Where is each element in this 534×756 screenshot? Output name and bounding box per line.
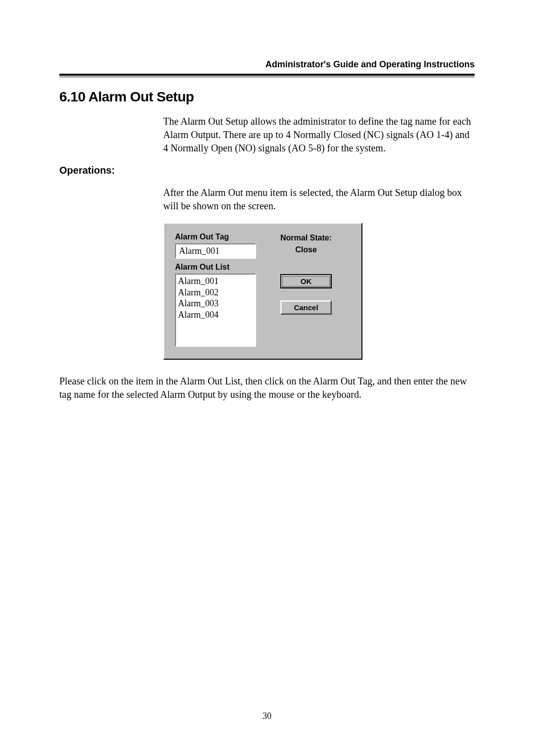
operations-label: Operations: <box>59 165 475 176</box>
page-header: Administrator's Guide and Operating Inst… <box>59 59 475 70</box>
intro-paragraph: The Alarm Out Setup allows the administr… <box>163 115 475 155</box>
normal-state-label: Normal State: <box>262 234 351 242</box>
divider-thick <box>59 74 475 76</box>
list-item[interactable]: Alarm_004 <box>178 309 253 321</box>
list-item[interactable]: Alarm_001 <box>178 276 253 287</box>
cancel-button[interactable]: Cancel <box>280 300 332 315</box>
ok-button[interactable]: OK <box>280 274 332 288</box>
operations-text: After the Alarm Out menu item is selecte… <box>163 186 475 213</box>
page-number: 30 <box>0 711 534 721</box>
normal-state-value: Close <box>262 245 351 254</box>
alarm-out-list[interactable]: Alarm_001 Alarm_002 Alarm_003 Alarm_004 <box>175 274 256 347</box>
alarm-out-setup-dialog: Alarm Out Tag Alarm_001 Alarm Out List A… <box>163 223 362 360</box>
alarm-out-list-label: Alarm Out List <box>175 263 262 272</box>
list-item[interactable]: Alarm_003 <box>178 298 253 309</box>
alarm-out-tag-input[interactable]: Alarm_001 <box>175 243 256 259</box>
list-item[interactable]: Alarm_002 <box>178 287 253 298</box>
footer-paragraph: Please click on the item in the Alarm Ou… <box>59 375 475 401</box>
alarm-out-tag-label: Alarm Out Tag <box>175 233 262 241</box>
section-heading: 6.10 Alarm Out Setup <box>59 89 475 105</box>
divider-thin <box>59 77 475 77</box>
